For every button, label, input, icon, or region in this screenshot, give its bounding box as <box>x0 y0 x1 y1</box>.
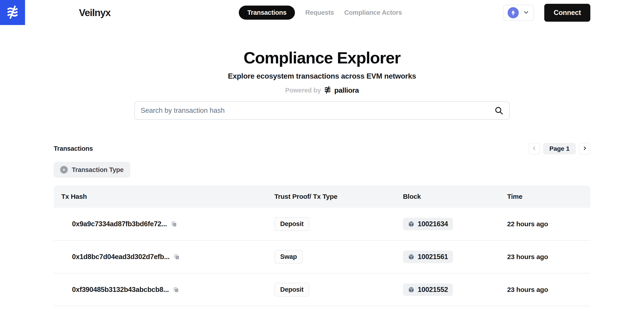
tx-time: 23 hours ago <box>507 286 590 294</box>
brand-logo-tile[interactable] <box>0 0 25 25</box>
table-row: 0x9a9c7334ad87fb3bd6fe72... Deposit <box>54 208 590 241</box>
table-body: 0x9a9c7334ad87fb3bd6fe72... Deposit <box>54 208 590 306</box>
chevron-down-icon <box>523 9 530 16</box>
powered-by-row: Powered by palliora <box>0 86 644 95</box>
block-link[interactable]: 10021561 <box>403 251 453 263</box>
search-input[interactable] <box>134 101 510 120</box>
cube-icon <box>408 286 414 293</box>
tx-hash-cell: 0x9a9c7334ad87fb3bd6fe72... <box>61 220 274 228</box>
table-row: 0xf390485b3132b43abcbcb8... Deposit <box>54 273 590 306</box>
next-page-button[interactable] <box>579 143 590 154</box>
block-cell: 10021561 <box>403 251 507 263</box>
tx-hash-link[interactable]: 0xf390485b3132b43abcbcb8... <box>72 286 169 294</box>
copy-icon[interactable] <box>170 220 178 228</box>
tx-hash-cell: 0x1d8bc7d04ead3d302d7efb... <box>61 253 274 261</box>
col-block: Block <box>403 193 507 200</box>
block-link[interactable]: 10021634 <box>403 218 453 230</box>
chevron-right-icon <box>582 145 588 152</box>
search-icon[interactable] <box>494 106 504 115</box>
col-trust-proof: Trust Proof/ Tx Type <box>274 193 403 200</box>
veilnyx-wave-icon <box>6 5 19 20</box>
connect-button[interactable]: Connect <box>544 4 590 22</box>
network-selector[interactable] <box>503 5 534 21</box>
tx-type-cell: Deposit <box>274 283 403 297</box>
tx-type-badge: Deposit <box>274 217 309 231</box>
ethereum-icon <box>508 7 519 18</box>
block-number: 10021634 <box>418 220 448 228</box>
cube-icon <box>408 221 414 227</box>
brand-wordmark[interactable]: Veilnyx <box>79 0 110 25</box>
block-number: 10021552 <box>418 286 448 294</box>
plus-circle-icon <box>60 166 68 174</box>
page-title: Compliance Explorer <box>0 48 644 67</box>
tx-type-cell: Swap <box>274 250 403 264</box>
table-header-row: Tx Hash Trust Proof/ Tx Type Block Time <box>54 185 590 208</box>
header-actions: Connect <box>503 0 590 25</box>
block-cell: 10021552 <box>403 284 507 296</box>
tx-hash-cell: 0xf390485b3132b43abcbcb8... <box>61 286 274 294</box>
tab-transactions[interactable]: Transactions <box>239 5 295 20</box>
copy-icon[interactable] <box>173 253 180 261</box>
hero: Compliance Explorer Explore ecosystem tr… <box>0 25 644 120</box>
chevron-left-icon <box>531 145 537 152</box>
main-content: Compliance Explorer Explore ecosystem tr… <box>0 25 644 306</box>
primary-nav: Transactions Requests Compliance Actors <box>239 0 402 25</box>
filter-label: Transaction Type <box>72 166 124 174</box>
tab-compliance-actors[interactable]: Compliance Actors <box>344 9 402 16</box>
palliora-wave-icon <box>324 86 331 95</box>
table-row: 0x1d8bc7d04ead3d302d7efb... Swap <box>54 241 590 273</box>
cube-icon <box>408 254 414 260</box>
tab-requests[interactable]: Requests <box>305 9 334 16</box>
transactions-section: Transactions Page 1 <box>54 143 590 306</box>
section-title: Transactions <box>54 145 93 152</box>
col-time: Time <box>507 193 590 200</box>
transaction-type-filter[interactable]: Transaction Type <box>54 162 130 178</box>
tx-time: 22 hours ago <box>507 220 590 228</box>
top-nav-bar: Veilnyx Transactions Requests Compliance… <box>0 0 644 25</box>
tx-time: 23 hours ago <box>507 253 590 261</box>
powered-brand-wordmark: palliora <box>334 86 359 94</box>
tx-type-badge: Deposit <box>274 283 309 297</box>
pagination: Page 1 <box>528 143 590 154</box>
col-tx-hash: Tx Hash <box>61 193 274 200</box>
tx-type-badge: Swap <box>274 250 303 264</box>
block-cell: 10021634 <box>403 218 507 230</box>
transactions-table: Tx Hash Trust Proof/ Tx Type Block Time … <box>54 185 590 306</box>
page-indicator[interactable]: Page 1 <box>543 143 576 154</box>
powered-by-label: Powered by <box>285 87 321 94</box>
page-subtitle: Explore ecosystem transactions across EV… <box>0 72 644 80</box>
block-link[interactable]: 10021552 <box>403 284 453 296</box>
tx-hash-link[interactable]: 0x9a9c7334ad87fb3bd6fe72... <box>72 220 167 228</box>
copy-icon[interactable] <box>172 286 180 293</box>
search-bar <box>134 101 510 120</box>
prev-page-button[interactable] <box>528 143 540 154</box>
tx-type-cell: Deposit <box>274 217 403 231</box>
block-number: 10021561 <box>418 253 448 261</box>
tx-hash-link[interactable]: 0x1d8bc7d04ead3d302d7efb... <box>72 253 170 261</box>
section-header: Transactions Page 1 <box>54 143 590 154</box>
